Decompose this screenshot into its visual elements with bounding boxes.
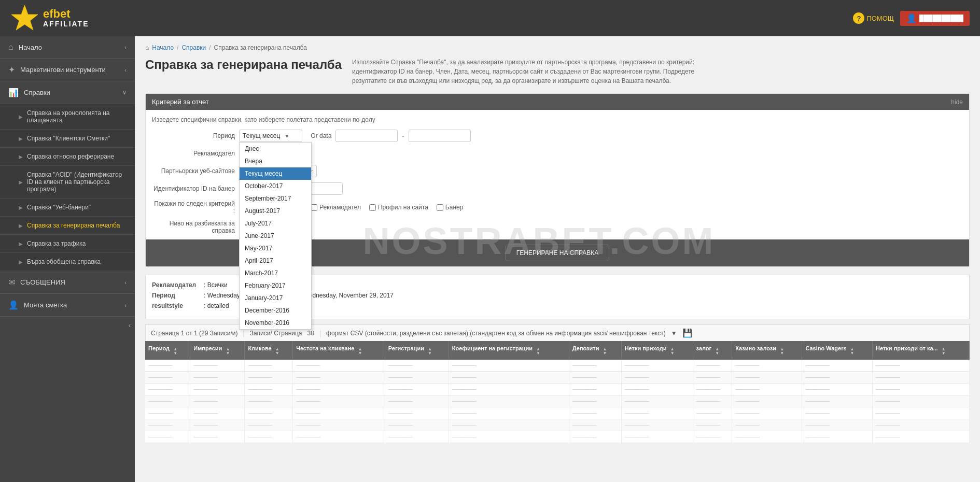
sidebar-messages-label: СЪОБЩЕНИЯ bbox=[20, 278, 65, 286]
period-option-yesterday[interactable]: Вчера bbox=[240, 155, 311, 167]
checkbox-site-profile-label: Профил на сайта bbox=[378, 204, 428, 211]
criteria-body: Изведете специфични справки, като избере… bbox=[146, 110, 969, 266]
sort-registrations[interactable]: ▲▼ bbox=[428, 347, 432, 356]
period-option-today[interactable]: Днес bbox=[240, 143, 311, 155]
table-cell: ────── bbox=[245, 395, 293, 407]
table-cell: ────── bbox=[873, 372, 970, 384]
sidebar-item-reports[interactable]: 📊 Справки ∨ bbox=[0, 81, 135, 104]
hide-button[interactable]: hide bbox=[951, 98, 963, 106]
table-cell: ────── bbox=[145, 384, 190, 395]
save-icon[interactable]: 💾 bbox=[682, 328, 693, 338]
sidebar-home-arrow: ‹ bbox=[124, 44, 127, 50]
table-cell: ────── bbox=[802, 360, 873, 372]
col-wager: залог ▲▼ bbox=[693, 341, 732, 360]
sort-impressions[interactable]: ▲▼ bbox=[226, 347, 230, 356]
table-cell: ────── bbox=[145, 395, 190, 407]
help-button[interactable]: ? ПОМОЩ bbox=[853, 12, 894, 24]
sort-period[interactable]: ▲▼ bbox=[173, 347, 177, 356]
sort-reg-rate[interactable]: ▲▼ bbox=[536, 347, 540, 356]
period-option-jun2017[interactable]: June-2017 bbox=[240, 230, 311, 242]
help-icon: ? bbox=[853, 12, 864, 24]
sort-wager[interactable]: ▲▼ bbox=[715, 347, 719, 356]
format-arrow[interactable]: ▼ bbox=[671, 330, 677, 337]
table-cell: ────── bbox=[732, 384, 802, 395]
table-cell: ────── bbox=[293, 407, 385, 419]
period-option-jan2017[interactable]: January-2017 bbox=[240, 292, 311, 304]
table-cell: ────── bbox=[449, 395, 569, 407]
col-registrations: Регистрации ▲▼ bbox=[385, 341, 449, 360]
sidebar-marketing-arrow: ‹ bbox=[124, 67, 127, 73]
col-net-casino: Нетки приходи от ка... ▲▼ bbox=[873, 341, 970, 360]
checkbox-site-profile-input[interactable] bbox=[369, 204, 376, 211]
table-cell: ────── bbox=[385, 419, 449, 431]
sidebar-sub-generated-profit[interactable]: ▶ Справка за генерирана печалба bbox=[0, 217, 135, 235]
sort-deposits[interactable]: ▲▼ bbox=[603, 347, 607, 356]
breadcrumb-home[interactable]: Начало bbox=[152, 44, 174, 51]
logo-area: efbet AFFILIATE bbox=[10, 4, 89, 33]
period-option-jul2017[interactable]: July-2017 bbox=[240, 217, 311, 230]
checkbox-advertiser[interactable]: Рекламодател bbox=[311, 204, 361, 211]
period-option-mar2017[interactable]: March-2017 bbox=[240, 267, 311, 279]
sidebar-item-home[interactable]: ⌂ Начало ‹ bbox=[0, 36, 135, 59]
sidebar-sub-acid[interactable]: ▶ Справка "ACID" (Идентификатор ID на кл… bbox=[0, 166, 135, 199]
table-row: ────────────────────────────────────────… bbox=[145, 407, 970, 419]
period-option-sep2017[interactable]: September-2017 bbox=[240, 192, 311, 205]
sort-net-casino[interactable]: ▲▼ bbox=[942, 347, 946, 356]
table-cell: ────── bbox=[145, 360, 190, 372]
checkbox-site-profile[interactable]: Профил на сайта bbox=[369, 204, 428, 211]
checkbox-banner[interactable]: Банер bbox=[437, 204, 464, 211]
sidebar-item-my-account[interactable]: 👤 Моята сметка ‹ bbox=[0, 294, 135, 317]
period-option-dec2016[interactable]: December-2016 bbox=[240, 304, 311, 317]
top-header: efbet AFFILIATE ? ПОМОЩ 👤 ██████████ bbox=[0, 0, 980, 36]
sidebar-sub-client-accounts[interactable]: ▶ Справка "Клиентски Сметки" bbox=[0, 130, 135, 148]
sort-clicks[interactable]: ▲▼ bbox=[275, 347, 279, 356]
sidebar-item-marketing[interactable]: ✦ Маркетингови инструменти ‹ bbox=[0, 59, 135, 81]
table-cell: ────── bbox=[732, 419, 802, 431]
period-option-nov2016[interactable]: November-2016 bbox=[240, 317, 311, 329]
table-cell: ────── bbox=[190, 372, 245, 384]
sidebar-sub-referrals[interactable]: ▶ Справка относно рефериране bbox=[0, 148, 135, 166]
table-cell: ────── bbox=[621, 407, 693, 419]
breakdown-label: Ниво на разбивката за справка bbox=[152, 220, 235, 234]
sidebar-sub-payment-history[interactable]: ▶ Справка на хронологията на плащанията bbox=[0, 104, 135, 130]
table-cell: ────── bbox=[732, 431, 802, 443]
table-cell: ────── bbox=[145, 431, 190, 443]
generate-button[interactable]: ГЕНЕРИРАНЕ НА СПРАВКА bbox=[506, 245, 610, 261]
table-cell: ────── bbox=[449, 431, 569, 443]
data-table: Период ▲▼ Импресии ▲▼ Кликове ▲▼ Често bbox=[145, 341, 970, 443]
sort-ctr[interactable]: ▲▼ bbox=[358, 347, 362, 356]
period-option-feb2017[interactable]: February-2017 bbox=[240, 279, 311, 292]
period-option-oct2017[interactable]: October-2017 bbox=[240, 180, 311, 192]
sort-casino-wagers[interactable]: ▲▼ bbox=[850, 347, 855, 356]
breadcrumb-reports[interactable]: Справки bbox=[181, 44, 206, 51]
table-cell: ────── bbox=[693, 384, 732, 395]
sidebar-sub-web-banners[interactable]: ▶ Справка "Уеб-банери" bbox=[0, 199, 135, 217]
sort-net-revenue[interactable]: ▲▼ bbox=[670, 347, 675, 356]
user-button[interactable]: 👤 ██████████ bbox=[900, 11, 970, 26]
date-to-input[interactable] bbox=[409, 130, 471, 142]
page-description: Използвайте Справка "Печалба", за да ана… bbox=[352, 58, 715, 86]
period-option-apr2017[interactable]: April-2017 bbox=[240, 254, 311, 267]
table-cell: ────── bbox=[190, 407, 245, 419]
sidebar-item-messages[interactable]: ✉ СЪОБЩЕНИЯ ‹ bbox=[0, 271, 135, 294]
sort-casino-wagers-bg[interactable]: ▲▼ bbox=[780, 347, 784, 356]
period-option-aug2017[interactable]: August-2017 bbox=[240, 205, 311, 217]
period-option-current-month[interactable]: Текущ месец bbox=[240, 167, 311, 180]
col-casino-wagers-bg-label: Казино залози bbox=[735, 345, 776, 351]
table-cell: ────── bbox=[621, 419, 693, 431]
sidebar-collapse-button[interactable]: ‹ bbox=[0, 317, 135, 333]
sidebar-sub-traffic[interactable]: ▶ Справка за трафика bbox=[0, 235, 135, 253]
page-header: Справка за генерирана печалба Използвайт… bbox=[145, 58, 970, 86]
table-cell: ────── bbox=[693, 431, 732, 443]
criteria-hint: Изведете специфични справки, като избере… bbox=[152, 116, 963, 123]
result-period-label: Период bbox=[152, 292, 204, 299]
col-net-revenue: Нетки приходи ▲▼ bbox=[621, 341, 693, 360]
table-cell: ────── bbox=[873, 407, 970, 419]
sidebar-sub-quick-report[interactable]: ▶ Бърза обобщена справка bbox=[0, 253, 135, 271]
checkbox-banner-input[interactable] bbox=[437, 204, 443, 211]
table-body: ────────────────────────────────────────… bbox=[145, 360, 970, 443]
period-option-may2017[interactable]: May-2017 bbox=[240, 242, 311, 254]
col-reg-rate-label: Коефициент на регистрации bbox=[452, 345, 533, 351]
date-from-input[interactable] bbox=[335, 130, 398, 142]
period-dropdown-trigger[interactable]: Текущ месец ▼ bbox=[239, 130, 302, 142]
